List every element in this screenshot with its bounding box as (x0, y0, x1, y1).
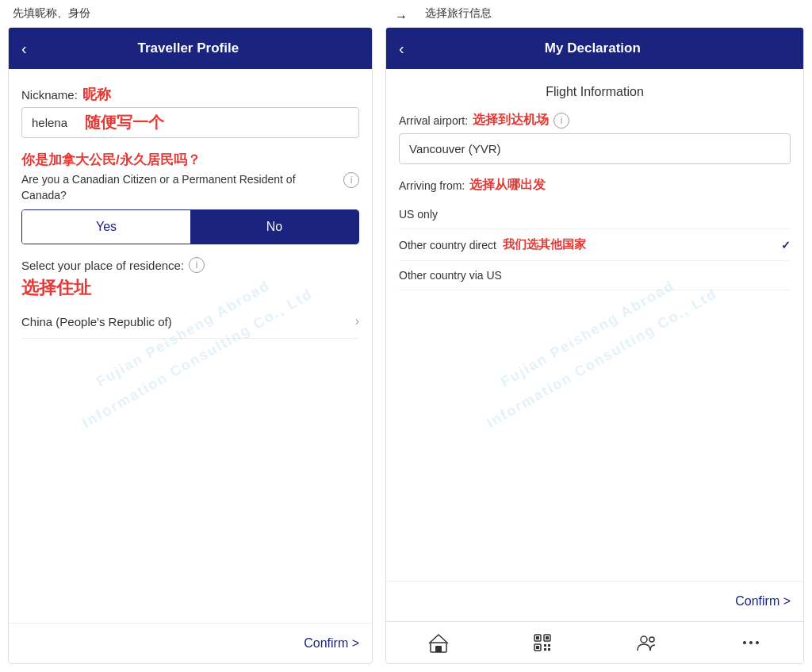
svg-rect-9 (548, 644, 550, 647)
svg-point-14 (743, 641, 746, 644)
svg-rect-7 (536, 646, 539, 649)
svg-point-13 (649, 637, 654, 642)
left-panel-title: Traveller Profile (36, 40, 340, 56)
right-back-button[interactable]: ‹ (399, 40, 404, 58)
svg-point-16 (756, 641, 759, 644)
left-back-button[interactable]: ‹ (21, 40, 27, 58)
arriving-from-annotation: 选择从哪出发 (469, 177, 546, 194)
arrival-info-icon[interactable]: i (553, 113, 569, 129)
nickname-annotation: 昵称 (82, 85, 111, 104)
nickname-field-row: Nickname: 昵称 随便写一个 (21, 85, 359, 138)
more-icon (740, 632, 762, 654)
svg-rect-8 (544, 644, 546, 647)
arrival-airport-label: Arrival airport: (399, 114, 468, 127)
residence-annotation: 选择住址 (21, 276, 359, 300)
svg-rect-10 (544, 648, 546, 651)
option-other-country-via-us[interactable]: Other country via US (399, 261, 791, 290)
left-panel-header: ‹ Traveller Profile (9, 28, 372, 69)
svg-point-12 (641, 636, 647, 643)
arriving-from-options: US only Other country direct 我们选其他国家 ✓ (399, 200, 791, 290)
flight-info-title: Flight Information (399, 85, 791, 99)
svg-rect-5 (546, 636, 549, 639)
yes-button[interactable]: Yes (22, 210, 190, 244)
residence-info-icon[interactable]: i (189, 257, 205, 273)
residence-value: China (People's Republic of) (21, 315, 172, 328)
svg-rect-3 (536, 636, 539, 639)
svg-point-15 (749, 641, 753, 644)
right-confirm-row: Confirm > (386, 581, 803, 621)
right-panel-header: ‹ My Declaration (386, 28, 803, 69)
home-icon (427, 632, 450, 654)
svg-rect-11 (548, 648, 550, 651)
option-us-only-text: US only (399, 208, 438, 221)
people-icon (636, 632, 658, 654)
traveller-profile-panel: Fujian Peisheng AbroadInformation Consul… (8, 27, 373, 664)
residence-field-row: Select your place of residence: i 选择住址 C… (21, 257, 359, 339)
arrival-airport-field: Arrival airport: 选择到达机场 i Vancouver (YVR… (399, 112, 791, 164)
nav-more-button[interactable] (727, 628, 775, 657)
option-us-only[interactable]: US only (399, 200, 791, 229)
arriving-from-field: Arriving from: 选择从哪出发 US only Other co (399, 177, 791, 290)
left-confirm-button[interactable]: Confirm > (304, 636, 359, 650)
canadian-citizen-field: 你是加拿大公民/永久居民吗？ Are you a Canadian Citize… (21, 151, 359, 244)
top-right-instruction: 选择旅行信息 (425, 6, 799, 21)
arrival-airport-annotation: 选择到达机场 (473, 112, 549, 129)
citizen-annotation: 你是加拿大公民/永久居民吗？ (21, 151, 359, 169)
nickname-label: Nickname: (21, 88, 78, 102)
arriving-from-label: Arriving from: (399, 179, 465, 192)
no-button[interactable]: No (190, 210, 358, 244)
right-panel-title: My Declaration (414, 40, 772, 56)
nav-home-button[interactable] (415, 628, 462, 657)
qr-icon (531, 632, 553, 654)
left-confirm-row: Confirm > (9, 623, 372, 663)
residence-select[interactable]: China (People's Republic of) › (21, 305, 359, 339)
my-declaration-panel: Fujian Peisheng AbroadInformation Consul… (385, 27, 804, 664)
citizen-info-icon[interactable]: i (343, 172, 359, 188)
residence-label: Select your place of residence: (21, 259, 184, 272)
option-via-us-text: Other country via US (399, 269, 502, 282)
nav-people-button[interactable] (623, 628, 671, 657)
nav-qr-button[interactable] (519, 628, 566, 657)
right-confirm-button[interactable]: Confirm > (735, 594, 791, 608)
svg-rect-1 (435, 646, 442, 652)
option-other-country-direct[interactable]: Other country direct 我们选其他国家 ✓ (399, 229, 791, 261)
arrival-airport-input[interactable]: Vancouver (YVR) (399, 133, 791, 164)
nickname-input-annotation: 随便写一个 (85, 112, 164, 133)
bottom-nav-bar (386, 621, 803, 663)
yes-no-toggle: Yes No (21, 209, 359, 244)
residence-chevron-icon: › (355, 314, 359, 328)
nickname-input[interactable] (21, 107, 359, 138)
option-other-direct-text: Other country direct (399, 239, 496, 252)
option-other-direct-check-icon: ✓ (781, 239, 791, 252)
arrow-icon: → (377, 6, 425, 24)
option-other-direct-annotation: 我们选其他国家 (503, 237, 586, 252)
top-left-instruction: 先填昵称、身份 (13, 6, 377, 21)
citizen-question-text: Are you a Canadian Citizen or a Permanen… (21, 172, 339, 203)
